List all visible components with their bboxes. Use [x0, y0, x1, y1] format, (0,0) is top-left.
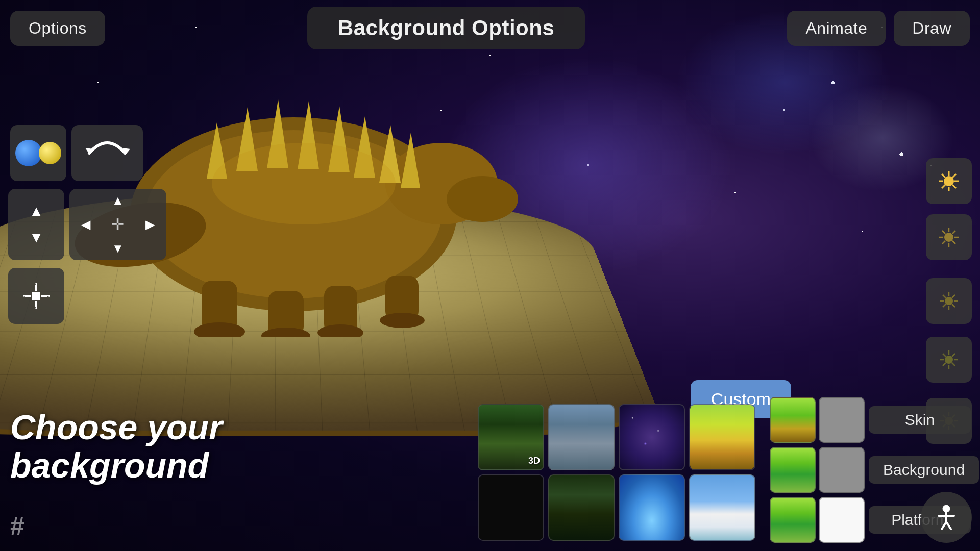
center-dir-icon: ✛: [111, 215, 124, 233]
svg-line-39: [952, 185, 956, 188]
grid-hash-icon: #: [10, 511, 24, 541]
svg-point-21: [212, 143, 396, 224]
down-dir-icon: ▼: [112, 241, 124, 256]
background-option-row: Background: [770, 447, 979, 493]
up-dir-icon: ▲: [112, 193, 124, 208]
skin-option-row: Skin: [770, 397, 979, 443]
thumbnail-forest2[interactable]: [548, 474, 615, 541]
yellow-sphere: [39, 142, 61, 164]
svg-line-48: [952, 241, 955, 244]
up-arrow-icon: ▲: [29, 203, 43, 219]
scale-button[interactable]: [8, 268, 64, 324]
svg-point-17: [194, 322, 245, 337]
right-dir-icon: ▶: [145, 217, 155, 232]
directional-pad[interactable]: ▲ ◀ ✛ ▶ ▼: [69, 189, 166, 260]
background-option-button[interactable]: Background: [869, 456, 979, 484]
skin-swatch-1[interactable]: [770, 397, 816, 443]
svg-rect-24: [32, 292, 40, 300]
platform-swatch-2[interactable]: [819, 497, 865, 543]
platform-swatch-1[interactable]: [770, 497, 816, 543]
svg-point-78: [943, 505, 950, 512]
thumbnail-grid: [470, 337, 764, 551]
move-controls-panel: ▲ ▼ ▲ ◀ ✛ ▶ ▼: [8, 189, 166, 260]
svg-line-40: [952, 174, 956, 178]
blue-sphere: [15, 140, 42, 166]
brightness-mid-button[interactable]: [926, 214, 972, 260]
choose-background-text: Choose your background: [10, 408, 223, 485]
animate-button[interactable]: Animate: [787, 11, 886, 46]
svg-line-38: [942, 174, 945, 178]
thumbnail-clouds[interactable]: [689, 474, 755, 541]
title-box: Background Options: [307, 7, 585, 49]
top-navigation-bar: Options Background Options Animate Draw: [0, 0, 980, 56]
draw-button[interactable]: Draw: [894, 11, 970, 46]
thumbnail-blue-gradient[interactable]: [619, 474, 685, 541]
left-dir-icon: ◀: [81, 217, 90, 232]
svg-line-58: [952, 295, 955, 298]
background-swatches: [770, 447, 865, 493]
svg-line-41: [942, 185, 945, 188]
color-spheres-panel[interactable]: [10, 125, 66, 181]
svg-line-57: [952, 304, 955, 307]
platform-swatches: [770, 497, 865, 543]
brightness-top-button[interactable]: [926, 158, 972, 204]
svg-point-3: [447, 176, 518, 222]
thumbnail-black[interactable]: [478, 474, 544, 541]
skin-option-button[interactable]: Skin: [869, 406, 971, 434]
thumbnail-sunset[interactable]: [689, 404, 755, 470]
bottom-panel: Skin Background Platform: [470, 337, 980, 551]
brightness-skin-button[interactable]: [926, 278, 972, 324]
choose-line2: background: [10, 446, 223, 485]
svg-point-42: [944, 233, 953, 242]
svg-line-56: [943, 295, 946, 298]
choose-line1: Choose your: [10, 408, 223, 446]
svg-point-20: [380, 313, 425, 328]
background-swatch-2[interactable]: [819, 447, 865, 493]
skin-swatches: [770, 397, 865, 443]
background-swatch-1[interactable]: [770, 447, 816, 493]
svg-line-47: [942, 231, 945, 234]
thumbnail-forest[interactable]: [478, 404, 544, 470]
options-button[interactable]: Options: [10, 11, 105, 46]
svg-point-51: [945, 297, 953, 305]
accessibility-button[interactable]: [921, 492, 972, 543]
svg-line-82: [946, 522, 951, 529]
skin-swatch-2[interactable]: [819, 397, 865, 443]
up-down-button[interactable]: ▲ ▼: [8, 189, 64, 260]
top-right-buttons: Animate Draw: [787, 11, 970, 46]
down-arrow-icon: ▼: [29, 230, 43, 246]
rotate-button[interactable]: [71, 125, 143, 181]
thumbnail-space[interactable]: [619, 404, 685, 470]
svg-line-50: [942, 241, 945, 244]
svg-line-49: [952, 231, 955, 234]
svg-line-81: [942, 522, 946, 529]
svg-line-59: [943, 304, 946, 307]
thumbnail-mountain[interactable]: [548, 404, 615, 470]
